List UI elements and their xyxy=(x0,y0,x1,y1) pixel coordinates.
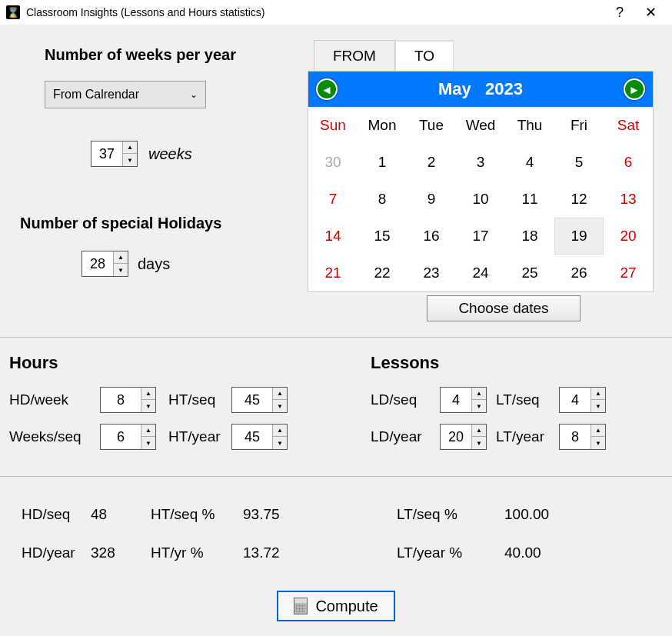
calendar-day[interactable]: 18 xyxy=(505,218,554,255)
calendar-day[interactable]: 8 xyxy=(358,181,407,218)
window-title: Classroom Insights (Lessons and Hours st… xyxy=(26,6,604,18)
ht-seq-spinner[interactable]: ▲▼ xyxy=(231,387,288,413)
ht-yr-pct-label: HT/yr % xyxy=(151,544,243,561)
holidays-label: Number of special Holidays xyxy=(20,215,308,232)
hd-year-stat-label: HD/year xyxy=(22,544,91,561)
compute-button[interactable]: Compute xyxy=(277,591,394,621)
choose-dates-button[interactable]: Choose dates xyxy=(427,295,581,321)
calendar-day[interactable]: 12 xyxy=(554,181,604,218)
calendar-day[interactable]: 25 xyxy=(505,255,554,291)
calendar-day[interactable]: 2 xyxy=(407,144,456,181)
hd-week-spinner[interactable]: ▲▼ xyxy=(100,387,156,413)
spin-down-icon[interactable]: ▼ xyxy=(123,154,137,166)
days-unit-label: days xyxy=(138,255,170,273)
calendar-day[interactable]: 13 xyxy=(604,181,653,218)
lt-year-label: LT/year xyxy=(496,428,559,445)
calendar-day[interactable]: 26 xyxy=(554,255,604,291)
calendar-day[interactable]: 5 xyxy=(554,144,604,181)
weeks-spinner[interactable]: ▲▼ xyxy=(91,141,138,167)
calendar-day-header: Thu xyxy=(505,107,554,144)
calendar-day-header: Sun xyxy=(308,107,358,144)
calendar-title[interactable]: May 2023 xyxy=(438,79,523,99)
ld-year-spinner[interactable]: ▲▼ xyxy=(440,424,487,450)
lt-seq-pct-label: LT/seq % xyxy=(397,506,504,523)
ld-seq-label: LD/seq xyxy=(371,391,440,408)
calendar-day[interactable]: 7 xyxy=(308,181,358,218)
lt-year-spinner[interactable]: ▲▼ xyxy=(559,424,606,450)
ht-year-label: HT/year xyxy=(168,428,231,445)
tab-from[interactable]: FROM xyxy=(314,40,395,71)
calendar-day[interactable]: 3 xyxy=(456,144,505,181)
calendar-day[interactable]: 16 xyxy=(407,218,456,255)
next-month-button[interactable]: ► xyxy=(624,78,645,100)
lt-yr-pct-label: LT/year % xyxy=(397,544,504,561)
calendar-day[interactable]: 14 xyxy=(308,218,358,255)
ht-seq-label: HT/seq xyxy=(168,391,231,408)
calendar-day-header: Wed xyxy=(456,107,505,144)
calendar-day[interactable]: 15 xyxy=(358,218,407,255)
spin-down-icon[interactable]: ▼ xyxy=(114,264,128,276)
calendar-day-header: Fri xyxy=(554,107,604,144)
ld-year-label: LD/year xyxy=(371,428,440,445)
calendar-day[interactable]: 27 xyxy=(604,255,653,291)
ht-year-spinner[interactable]: ▲▼ xyxy=(231,424,288,450)
weeks-seq-spinner[interactable]: ▲▼ xyxy=(100,424,156,450)
calendar-day[interactable]: 11 xyxy=(505,181,554,218)
hd-year-stat-value: 328 xyxy=(91,544,115,561)
weeks-source-dropdown[interactable]: From Calrendar ⌄ xyxy=(45,81,206,108)
spin-up-icon[interactable]: ▲ xyxy=(123,142,137,154)
lt-seq-label: LT/seq xyxy=(496,391,559,408)
calendar-day[interactable]: 22 xyxy=(358,255,407,291)
app-icon: ⌛ xyxy=(6,5,20,19)
lt-seq-pct-value: 100.00 xyxy=(504,506,549,523)
dropdown-selected: From Calrendar xyxy=(53,88,139,102)
weeks-unit-label: weeks xyxy=(148,145,192,163)
calendar-day[interactable]: 23 xyxy=(407,255,456,291)
titlebar: ⌛ Classroom Insights (Lessons and Hours … xyxy=(0,0,672,25)
calendar-day-header: Tue xyxy=(407,107,456,144)
calendar-day[interactable]: 9 xyxy=(407,181,456,218)
calculator-icon xyxy=(294,598,308,614)
calendar-day-header: Mon xyxy=(358,107,407,144)
calendar-day[interactable]: 30 xyxy=(308,144,358,181)
help-button[interactable]: ? xyxy=(604,0,635,25)
ht-seq-pct-value: 93.75 xyxy=(243,506,280,523)
calendar-day[interactable]: 10 xyxy=(456,181,505,218)
calendar-day[interactable]: 19 xyxy=(554,218,604,255)
divider xyxy=(0,476,672,477)
close-button[interactable]: ✕ xyxy=(635,0,666,25)
calendar-day[interactable]: 20 xyxy=(604,218,653,255)
calendar-day[interactable]: 17 xyxy=(456,218,505,255)
spin-up-icon[interactable]: ▲ xyxy=(114,251,128,264)
weeks-per-year-label: Number of weeks per year xyxy=(45,46,308,64)
hours-title: Hours xyxy=(9,353,371,373)
days-spinner[interactable]: ▲▼ xyxy=(82,251,128,277)
lt-seq-spinner[interactable]: ▲▼ xyxy=(559,387,606,413)
calendar-day[interactable]: 4 xyxy=(505,144,554,181)
calendar-day[interactable]: 6 xyxy=(604,144,653,181)
lt-yr-pct-value: 40.00 xyxy=(504,544,541,561)
calendar-day-header: Sat xyxy=(604,107,653,144)
prev-month-button[interactable]: ◄ xyxy=(316,78,338,100)
ht-seq-pct-label: HT/seq % xyxy=(151,506,243,523)
tab-to[interactable]: TO xyxy=(395,40,454,71)
ht-yr-pct-value: 13.72 xyxy=(243,544,280,561)
calendar-day[interactable]: 21 xyxy=(308,255,358,291)
calendar-day[interactable]: 24 xyxy=(456,255,505,291)
chevron-down-icon: ⌄ xyxy=(190,89,198,100)
calendar: ◄ May 2023 ► SunMonTueWedThuFriSat301234… xyxy=(308,71,654,292)
hd-seq-stat-value: 48 xyxy=(91,506,107,523)
divider xyxy=(0,337,672,338)
weeks-input[interactable] xyxy=(91,142,122,166)
days-input[interactable] xyxy=(82,251,113,276)
hd-seq-stat-label: HD/seq xyxy=(22,506,91,523)
calendar-day[interactable]: 1 xyxy=(358,144,407,181)
weeks-seq-label: Weeks/seq xyxy=(9,428,100,445)
lessons-title: Lessons xyxy=(371,353,663,373)
hd-week-label: HD/week xyxy=(9,391,100,408)
ld-seq-spinner[interactable]: ▲▼ xyxy=(440,387,487,413)
